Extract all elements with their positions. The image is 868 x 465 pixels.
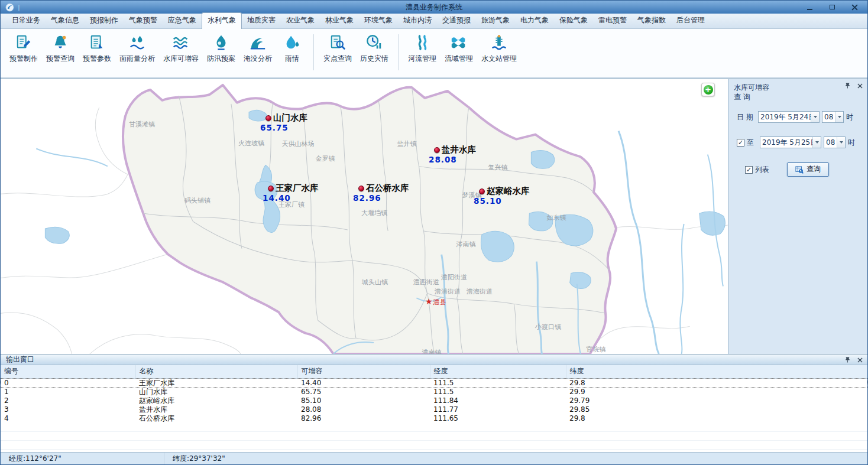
toolbar-button-label: 淹没分析 [244,54,272,64]
table-row[interactable]: 4石公桥水库82.96111.6529.8 [1,414,867,423]
toolbar-button-label: 预警制作 [9,54,38,64]
table-cell [566,441,867,450]
menu-item-11[interactable]: 交通预报 [437,13,476,28]
status-latitude: 纬度:29°37'32" [164,453,234,464]
menu-item-12[interactable]: 旅游气象 [476,13,515,28]
menu-item-10[interactable]: 城市内涝 [398,13,437,28]
toolbar-submersion-analysis-button[interactable]: 淹没分析 [239,32,276,66]
toolbar-reservoir-capacity-button[interactable]: 水库可增容 [159,32,203,66]
reservoir-dot-icon [434,147,440,153]
toolbar-rain-condition-button[interactable]: 雨情 [276,32,308,66]
toolbar-river-management-button[interactable]: 河流管理 [404,32,441,66]
close-icon [857,357,863,363]
menu-item-8[interactable]: 林业气象 [320,13,359,28]
panel-pin-button[interactable] [844,82,851,89]
map-label-layer: 甘溪滩镇火连坡镇天供山林场金罗镇盐井镇复兴镇码头铺镇王家厂镇梦溪镇大堰垱镇涔南镇… [1,79,728,354]
reservoir-name: 山门水库 [273,112,307,123]
table-cell: 111.77 [430,405,566,414]
main-area: 甘溪滩镇火连坡镇天供山林场金罗镇盐井镇复兴镇码头铺镇王家厂镇梦溪镇大堰垱镇涔南镇… [1,79,867,354]
town-label: 如东镇 [547,213,566,222]
zoom-in-button[interactable]: + [701,83,715,96]
status-bar: 经度:112°6'27" 纬度:29°37'32" [1,452,867,464]
table-cell: 29.8 [566,378,867,388]
table-row[interactable]: 3盐井水库28.08111.7729.85 [1,405,867,414]
table-row[interactable]: 2赵家峪水库85.10111.8429.79 [1,396,867,405]
status-longitude: 经度:112°6'27" [1,453,164,464]
toolbar-warning-params-button[interactable]: 预警参数 [79,32,115,66]
titlebar-divider: | [18,4,20,11]
toolbar: 预警制作预警查询预警参数面雨量分析水库可增容防汛预案淹没分析雨情灾点查询历史灾情… [1,29,867,79]
raindrop-icon [283,34,301,51]
empty-row [1,441,867,450]
toolbar-disaster-point-query-button[interactable]: 灾点查询 [319,32,356,66]
menu-item-14[interactable]: 保险气象 [554,13,593,28]
menu-item-9[interactable]: 环境气象 [359,13,398,28]
menu-item-16[interactable]: 气象指数 [632,13,671,28]
toolbar-area-rainfall-analysis-button[interactable]: 面雨量分析 [115,32,159,66]
menu-item-7[interactable]: 农业气象 [281,13,320,28]
map-canvas[interactable]: 甘溪滩镇火连坡镇天供山林场金罗镇盐井镇复兴镇码头铺镇王家厂镇梦溪镇大堰垱镇涔南镇… [1,79,728,354]
menu-bar: 日常业务气象信息预报制作气象预警应急气象水利气象地质灾害农业气象林业气象环境气象… [1,14,867,29]
menu-item-17[interactable]: 后台管理 [671,13,710,28]
toolbar-button-label: 流域管理 [445,54,473,64]
menu-item-4[interactable]: 应急气象 [163,13,202,28]
table-cell [1,423,135,432]
column-header: 纬度 [566,365,867,378]
table-cell: 29.8 [566,414,867,423]
town-label: 金罗镇 [316,154,335,163]
town-label: 火连坡镇 [238,139,264,148]
table-cell [1,432,135,441]
toolbar-historical-disasters-button[interactable]: 历史灾情 [356,32,393,66]
end-date-select[interactable]: 2019年 5月25日 [760,136,821,148]
table-row[interactable]: 0王家厂水库14.40111.529.8 [1,378,867,388]
column-header: 经度 [430,365,566,378]
toolbar-hydrostation-management-button[interactable]: 水文站管理 [477,32,521,66]
menu-item-13[interactable]: 电力气象 [515,13,554,28]
reservoir-name: 石公桥水库 [366,183,409,194]
table-row[interactable]: 1山门水库65.75111.529.9 [1,388,867,396]
chevron-down-icon [837,137,845,148]
town-label: 涔南镇 [456,240,476,249]
output-pin-button[interactable] [844,356,851,363]
date-label: 日 期 [737,112,756,122]
reservoir-name: 盐井水库 [442,144,476,155]
town-label: 盐井镇 [397,139,417,148]
menu-item-15[interactable]: 雷电预警 [593,13,632,28]
query-button[interactable]: 查询 [787,162,829,177]
toolbar-warning-query-button[interactable]: 预警查询 [42,32,79,66]
restore-button[interactable] [827,3,837,11]
menu-item-0[interactable]: 日常业务 [7,13,46,28]
reservoir-wave-icon [172,34,190,51]
star-icon: ★ [425,297,433,306]
end-hour-select[interactable]: 08 [824,136,846,148]
town-label: 甘溪滩镇 [129,120,155,129]
close-button[interactable] [850,3,859,11]
menu-item-2[interactable]: 预报制作 [85,13,124,28]
table-cell [1,441,135,450]
toolbar-flood-plan-button[interactable]: 防汛预案 [203,32,239,66]
to-checkbox[interactable]: ✓ [737,139,744,147]
chevron-down-icon [812,137,821,148]
town-label: 复兴镇 [488,163,508,172]
toolbar-warning-create-button[interactable]: 预警制作 [5,32,42,66]
panel-close-button[interactable] [856,82,863,89]
reservoir-dot-icon [265,115,271,121]
menu-item-1[interactable]: 气象信息 [46,13,85,28]
station-icon [490,34,508,51]
start-hour-select[interactable]: 08 [822,111,844,123]
list-checkbox[interactable]: ✓ [745,166,753,174]
toolbar-button-label: 历史灾情 [360,54,388,64]
doc-params-icon [88,34,106,51]
output-table: 编号名称可增容经度纬度 0王家厂水库14.40111.529.81山门水库65.… [1,365,867,450]
river-icon [413,34,431,51]
start-date-select[interactable]: 2019年 5月24日 [758,111,820,123]
toolbar-basin-management-button[interactable]: 流域管理 [441,32,477,66]
menu-item-6[interactable]: 地质灾害 [242,13,281,28]
minimize-button[interactable] [805,3,814,11]
menu-item-5[interactable]: 水利气象 [202,12,242,29]
app-window: | 澧县业务制作系统 日常业务气象信息预报制作气象预警应急气象水利气象地质灾害农… [0,0,868,465]
table-cell [135,423,297,432]
table-cell: 111.5 [430,378,566,388]
menu-item-3[interactable]: 气象预警 [124,13,163,28]
output-close-button[interactable] [856,356,863,363]
